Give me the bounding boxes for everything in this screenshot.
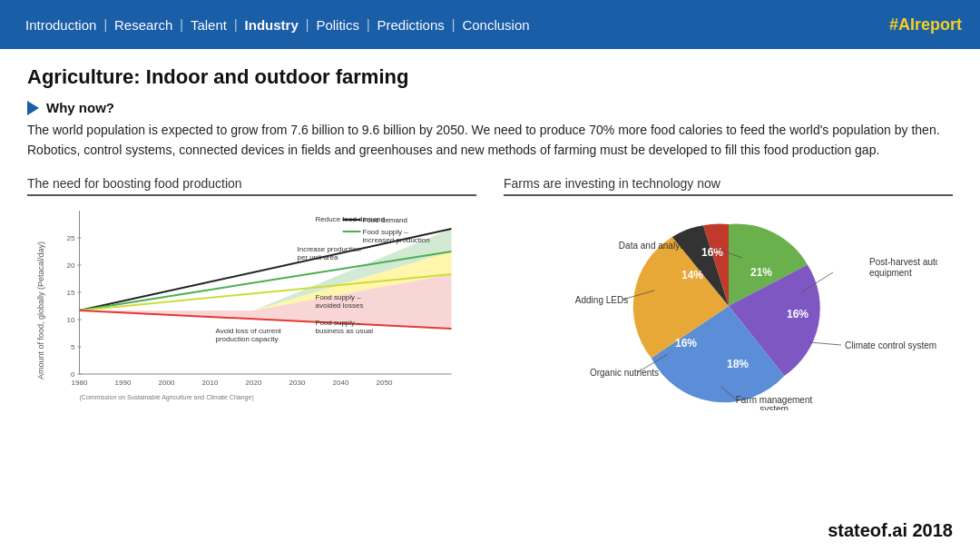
svg-text:21%: 21% (750, 266, 771, 279)
line-chart-section: The need for boosting food production Am… (27, 176, 476, 410)
svg-text:Food supply –: Food supply – (316, 319, 362, 327)
svg-text:Increase production: Increase production (298, 245, 361, 253)
svg-text:avoided losses: avoided losses (316, 301, 364, 310)
svg-text:25: 25 (67, 234, 75, 242)
line-chart-container: Amount of food, globally (Petacal/day) 0… (27, 202, 476, 410)
pie-chart-container: 21% 16% 18% 16% 14% 16% (504, 202, 953, 410)
nav-item-introduction[interactable]: Introduction (18, 17, 103, 33)
svg-text:Post-harvest automation: Post-harvest automation (869, 257, 937, 267)
svg-text:Food supply –: Food supply – (316, 293, 362, 301)
top-navigation: Introduction | Research | Talent | Indus… (0, 0, 980, 49)
svg-text:1990: 1990 (115, 379, 132, 387)
pie-chart-section: Farms are investing in technology now 21… (504, 176, 953, 410)
main-content: Agriculture: Indoor and outdoor farming … (0, 49, 980, 419)
svg-text:2050: 2050 (377, 379, 393, 387)
line-chart-svg: Amount of food, globally (Petacal/day) 0… (27, 202, 476, 410)
section-label: Why now? (46, 100, 114, 115)
svg-text:Food demand: Food demand (363, 216, 407, 224)
nav-item-predictions[interactable]: Predictions (370, 17, 452, 33)
svg-text:per unit area: per unit area (298, 253, 338, 261)
nav-links: Introduction | Research | Talent | Indus… (18, 17, 537, 33)
svg-text:(Commission on Sustainable Agr: (Commission on Sustainable Agriculture a… (80, 394, 254, 401)
svg-text:2030: 2030 (289, 379, 306, 387)
footer-label: stateof.ai 2018 (828, 520, 953, 541)
nav-item-research[interactable]: Research (107, 17, 180, 33)
svg-text:Food supply –: Food supply – (363, 228, 409, 236)
svg-text:5: 5 (71, 343, 75, 351)
svg-text:2020: 2020 (246, 379, 262, 387)
hashtag-label: #AIreport (889, 15, 962, 34)
svg-text:2040: 2040 (333, 379, 349, 387)
svg-text:increased production: increased production (363, 236, 430, 244)
svg-text:2000: 2000 (159, 379, 175, 387)
svg-text:20: 20 (67, 261, 75, 270)
svg-text:Amount of food, globally (Peta: Amount of food, globally (Petacal/day) (36, 242, 45, 380)
svg-text:18%: 18% (726, 358, 748, 370)
page-title: Agriculture: Indoor and outdoor farming (27, 65, 953, 89)
charts-row: The need for boosting food production Am… (27, 176, 953, 410)
svg-text:1980: 1980 (72, 379, 88, 387)
line-chart-title: The need for boosting food production (27, 176, 476, 196)
svg-text:production capacity: production capacity (216, 335, 279, 343)
svg-text:2010: 2010 (202, 379, 219, 387)
svg-text:system: system (760, 404, 789, 410)
svg-text:0: 0 (71, 370, 75, 379)
nav-item-conclusion[interactable]: Conclusion (455, 17, 536, 33)
svg-text:14%: 14% (681, 269, 702, 281)
pie-chart-svg: 21% 16% 18% 16% 14% 16% (520, 202, 937, 410)
description-text: The world population is expected to grow… (27, 121, 953, 160)
section-header: Why now? (27, 100, 953, 115)
svg-text:10: 10 (67, 316, 75, 324)
pie-chart-title: Farms are investing in technology now (504, 176, 953, 196)
nav-item-politics[interactable]: Politics (309, 17, 367, 33)
svg-text:Organic nutrients: Organic nutrients (589, 368, 658, 378)
nav-item-talent[interactable]: Talent (183, 17, 234, 33)
svg-text:15: 15 (67, 289, 75, 297)
svg-text:Adding LEDs: Adding LEDs (574, 295, 627, 305)
svg-text:Avoid loss of current: Avoid loss of current (216, 327, 282, 335)
svg-text:equipment: equipment (869, 268, 912, 278)
svg-text:business as usual: business as usual (316, 327, 374, 335)
svg-text:Data and analytics: Data and analytics (618, 241, 692, 251)
svg-line-56 (809, 342, 841, 345)
svg-text:Climate control system: Climate control system (845, 340, 936, 350)
triangle-icon (27, 101, 39, 115)
svg-text:16%: 16% (674, 337, 696, 350)
nav-item-industry[interactable]: Industry (238, 17, 306, 33)
svg-text:16%: 16% (786, 308, 808, 320)
